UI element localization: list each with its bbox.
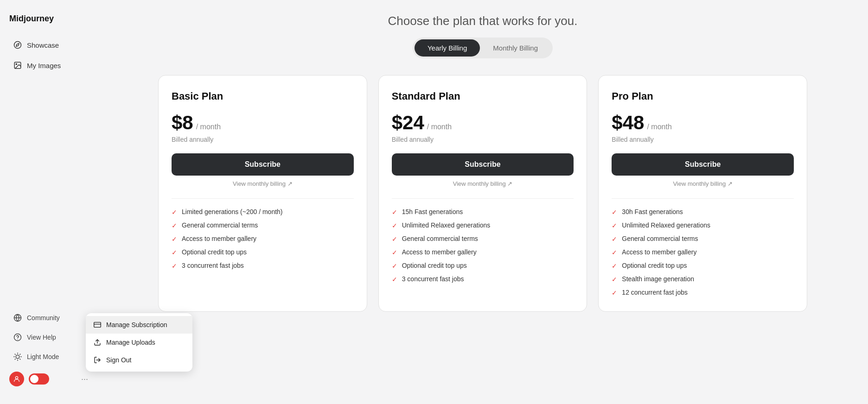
list-item: ✓Access to member gallery xyxy=(172,235,354,243)
list-item: ✓Stealth image generation xyxy=(612,275,794,283)
svg-marker-1 xyxy=(16,44,19,46)
list-item: ✓12 concurrent fast jobs xyxy=(612,289,794,297)
svg-point-0 xyxy=(14,42,21,49)
popup-manage-subscription-label: Manage Subscription xyxy=(106,321,167,328)
plan-pro-view-monthly[interactable]: View monthly billing ↗ xyxy=(612,180,794,187)
sidebar-item-light-mode[interactable]: Light Mode xyxy=(4,347,94,366)
plan-basic-price: $8 xyxy=(172,112,193,134)
popup-manage-subscription[interactable]: Manage Subscription xyxy=(86,316,192,334)
sidebar-item-my-images[interactable]: My Images xyxy=(4,56,94,75)
list-item: ✓General commercial terms xyxy=(612,235,794,243)
plan-basic-subscribe-button[interactable]: Subscribe xyxy=(172,153,354,176)
check-icon: ✓ xyxy=(392,222,397,229)
plan-pro-features: ✓30h Fast generations ✓Unlimited Relaxed… xyxy=(612,208,794,297)
sidebar-bottom: Community View Help Light Mode xyxy=(0,304,97,395)
more-options-button[interactable]: ··· xyxy=(81,374,88,384)
plan-basic-billed: Billed annually xyxy=(172,136,354,143)
check-icon: ✓ xyxy=(392,208,397,216)
list-item: ✓Unlimited Relaxed generations xyxy=(612,221,794,229)
plan-card-pro: Pro Plan $48 / month Billed annually Sub… xyxy=(598,75,807,312)
list-item: ✓15h Fast generations xyxy=(392,208,574,216)
list-item: ✓3 concurrent fast jobs xyxy=(172,262,354,270)
popup-sign-out-label: Sign Out xyxy=(106,356,131,364)
plan-card-standard: Standard Plan $24 / month Billed annuall… xyxy=(378,75,587,312)
plan-standard-name: Standard Plan xyxy=(392,90,574,102)
check-icon: ✓ xyxy=(392,249,397,256)
plan-standard-view-monthly[interactable]: View monthly billing ↗ xyxy=(392,180,574,187)
main-content: Choose the plan that works for you. Year… xyxy=(97,0,868,404)
svg-line-16 xyxy=(20,354,20,354)
check-icon: ✓ xyxy=(172,208,177,216)
plan-card-basic: Basic Plan $8 / month Billed annually Su… xyxy=(158,75,367,312)
popup-sign-out[interactable]: Sign Out xyxy=(86,351,192,369)
sidebar-toggle-row: ··· xyxy=(0,367,97,391)
plan-standard-divider xyxy=(392,198,574,199)
plan-pro-price: $48 xyxy=(612,112,644,134)
avatar xyxy=(9,372,24,386)
plan-standard-billed: Billed annually xyxy=(392,136,574,143)
plan-pro-name: Pro Plan xyxy=(612,90,794,102)
plan-pro-divider xyxy=(612,198,794,199)
plan-basic-features: ✓Limited generations (~200 / month) ✓Gen… xyxy=(172,208,354,270)
toggle-switch[interactable] xyxy=(29,373,49,385)
check-icon: ✓ xyxy=(612,289,617,297)
sidebar-item-showcase[interactable]: Showcase xyxy=(4,36,94,54)
billing-toggle: Yearly Billing Monthly Billing xyxy=(413,38,553,58)
plan-pro-subscribe-button[interactable]: Subscribe xyxy=(612,153,794,176)
svg-point-17 xyxy=(15,377,18,379)
plan-basic-name: Basic Plan xyxy=(172,90,354,102)
list-item: ✓General commercial terms xyxy=(392,235,574,243)
help-circle-icon xyxy=(13,333,22,342)
svg-line-11 xyxy=(15,354,15,354)
log-out-icon xyxy=(93,356,102,364)
list-item: ✓Optional credit top ups xyxy=(612,262,794,270)
sidebar-item-community[interactable]: Community xyxy=(4,309,94,327)
check-icon: ✓ xyxy=(612,235,617,243)
billing-option-monthly[interactable]: Monthly Billing xyxy=(480,39,551,57)
plan-standard-subscribe-button[interactable]: Subscribe xyxy=(392,153,574,176)
toggle-thumb xyxy=(30,375,38,383)
check-icon: ✓ xyxy=(612,276,617,283)
popup-manage-uploads-label: Manage Uploads xyxy=(106,339,155,346)
plan-basic-per: / month xyxy=(196,123,221,131)
plan-pro-per: / month xyxy=(647,123,671,131)
plan-basic-view-monthly[interactable]: View monthly billing ↗ xyxy=(172,180,354,187)
svg-point-3 xyxy=(16,63,17,64)
globe-icon xyxy=(13,313,22,322)
check-icon: ✓ xyxy=(172,249,177,256)
image-icon xyxy=(13,61,22,70)
upload-icon xyxy=(93,338,102,347)
list-item: ✓Unlimited Relaxed generations xyxy=(392,221,574,229)
list-item: ✓Optional credit top ups xyxy=(392,262,574,270)
plans-grid: Basic Plan $8 / month Billed annually Su… xyxy=(158,75,807,312)
check-icon: ✓ xyxy=(172,262,177,270)
sidebar: Midjourney Showcase My Images Community xyxy=(0,0,97,404)
check-icon: ✓ xyxy=(612,208,617,216)
check-icon: ✓ xyxy=(392,262,397,270)
plan-standard-price-row: $24 / month xyxy=(392,112,574,134)
app-logo: Midjourney xyxy=(0,9,97,35)
plan-basic-divider xyxy=(172,198,354,199)
list-item: ✓Optional credit top ups xyxy=(172,248,354,256)
list-item: ✓3 concurrent fast jobs xyxy=(392,275,574,283)
plan-pro-price-row: $48 / month xyxy=(612,112,794,134)
check-icon: ✓ xyxy=(172,222,177,229)
plan-pro-billed: Billed annually xyxy=(612,136,794,143)
list-item: ✓30h Fast generations xyxy=(612,208,794,216)
popup-manage-uploads[interactable]: Manage Uploads xyxy=(86,334,192,351)
list-item: ✓Access to member gallery xyxy=(612,248,794,256)
sidebar-showcase-label: Showcase xyxy=(27,41,59,49)
page-heading: Choose the plan that works for you. xyxy=(388,14,577,28)
list-item: ✓Access to member gallery xyxy=(392,248,574,256)
svg-rect-18 xyxy=(94,322,101,328)
svg-line-12 xyxy=(20,359,20,360)
sidebar-item-view-help[interactable]: View Help xyxy=(4,328,94,347)
plan-standard-price: $24 xyxy=(392,112,424,134)
check-icon: ✓ xyxy=(612,222,617,229)
compass-icon xyxy=(13,40,22,50)
svg-line-15 xyxy=(15,359,15,360)
sidebar-community-label: Community xyxy=(27,314,60,322)
billing-option-yearly[interactable]: Yearly Billing xyxy=(415,39,480,57)
list-item: ✓Limited generations (~200 / month) xyxy=(172,208,354,216)
list-item: ✓General commercial terms xyxy=(172,221,354,229)
